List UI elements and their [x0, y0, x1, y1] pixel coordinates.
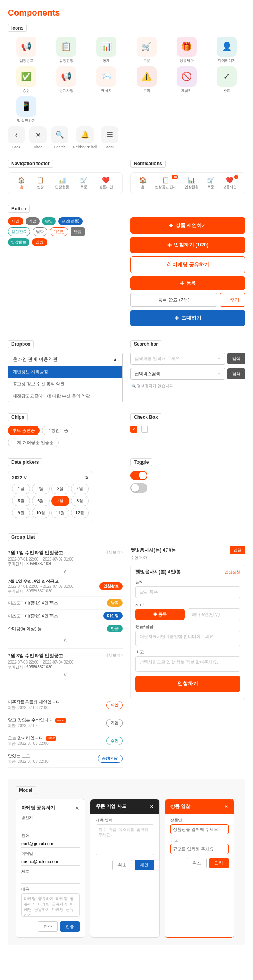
toggle-on[interactable]	[130, 471, 147, 480]
notice-list: 대주장물음들의 제안입니다. 제안: 2022-07-03 22:00 제안 달…	[8, 696, 123, 768]
form-input-time[interactable]: 최대 6인(명수)	[188, 608, 240, 620]
dropbox-option-2[interactable]: 공고성 정보 수신 동의 약관	[8, 378, 122, 390]
notif-item-status[interactable]: 📊 입장현황	[185, 176, 199, 190]
date-cell-4[interactable]: 4월	[71, 484, 89, 494]
date-cell-5[interactable]: 5월	[12, 496, 30, 506]
collapse-icon-2[interactable]: ∨	[63, 671, 67, 678]
notif-item-entrance[interactable]: 📋 OX 입장공고 관리	[155, 176, 177, 190]
detail-btn-2[interactable]: 상세보기 ›	[105, 653, 123, 658]
btn-complete2[interactable]: 입장완료	[8, 238, 29, 246]
btn-bid[interactable]: ✚ 입찰하기 (1/20)	[130, 237, 245, 253]
btn-enter[interactable]: 입장	[32, 238, 47, 246]
collapse-icon-1b[interactable]: ∧	[63, 637, 67, 643]
date-cell-9[interactable]: 9월	[12, 508, 30, 518]
notif-item-order[interactable]: 🛒 주문	[207, 176, 215, 190]
btn-approve-return[interactable]: 승인(반품)	[58, 217, 83, 225]
search-clear-icon-2[interactable]: ✕	[217, 371, 221, 376]
chip-inactive-2[interactable]: 누계 거래량순 입증순	[8, 438, 59, 447]
btn-register[interactable]: ✚ 등록	[130, 276, 245, 290]
notif-item-home[interactable]: 🏠 홈	[139, 176, 147, 190]
date-cell-11[interactable]: 11월	[51, 508, 69, 518]
form-input-date[interactable]: 날짜 특수	[135, 586, 240, 598]
nav-icon-back[interactable]: ‹ Back	[8, 126, 25, 149]
btn-submit-bid[interactable]: 입찰하기	[135, 676, 240, 692]
modal-product-bid-close[interactable]: ✕	[224, 804, 229, 810]
btn-invite[interactable]: ✚ 초대하기	[130, 310, 245, 326]
checkbox-unchecked-item[interactable]	[141, 426, 148, 433]
group-list-item-1: 7월 1일 수입과일 입장공고 2022-07-01 22:00 ~ 2022-…	[8, 546, 123, 649]
date-cell-6[interactable]: 6월	[32, 496, 50, 506]
search-clear-icon[interactable]: ✕	[217, 356, 221, 361]
modal-order-cancel[interactable]: 취소	[112, 860, 132, 870]
form-input-note[interactable]: 선택사항으로 입찰 정보 정보 합여주세요.	[135, 656, 240, 672]
btn-unselected[interactable]: 미선정	[50, 227, 68, 236]
collapse-icon-1[interactable]: ∧	[63, 568, 67, 575]
btn-approve[interactable]: 승인	[42, 217, 56, 225]
button-section: Button 제안 기업 승인 승인(반품) 입장완료 날짜 미선정 반품 입장…	[8, 205, 245, 329]
modal-order-confirm[interactable]: 제안	[135, 860, 154, 870]
btn-product-proposal[interactable]: ✚ 상품 제안하기	[130, 217, 245, 234]
date-cell-8[interactable]: 8월	[71, 496, 89, 506]
date-cell-10[interactable]: 10월	[32, 508, 50, 518]
nav-item-proposal[interactable]: ❤️ 상품제안	[99, 176, 113, 190]
nav-item-order[interactable]: 🛒 주문	[80, 176, 88, 190]
nav-item-entrance[interactable]: 📋 입장	[36, 176, 44, 190]
modal-input-scale[interactable]	[170, 844, 229, 854]
dropbox-arrow-icon: ▲	[113, 357, 118, 362]
modal-product-bid: 상품 입찰 ✕ 상품명 규모 취소 입력	[165, 799, 234, 938]
btn-proposal[interactable]: 제안	[8, 217, 23, 225]
btn-form-register[interactable]: ✚ 등록	[135, 609, 185, 620]
modal-input-product-name[interactable]	[170, 824, 229, 834]
date-cell-2[interactable]: 2월	[32, 484, 50, 494]
modal-input-ref[interactable]	[21, 875, 80, 884]
dropbox-header[interactable]: 온라인 판매 이용약관 ▲	[8, 353, 122, 366]
chip-inactive-1[interactable]: 수행임무중	[42, 426, 73, 435]
nav-item-status[interactable]: 📊 입장현황	[55, 176, 69, 190]
search-button-2[interactable]: 검색	[227, 368, 245, 379]
modal-marketing-confirm[interactable]: 전송	[60, 921, 80, 932]
search-button-1[interactable]: 검색	[227, 353, 245, 364]
checkbox-checked[interactable]: ✓	[130, 426, 137, 433]
btn-register-complete[interactable]: 등록 완료 (2개)	[130, 293, 217, 307]
modal-input-sender[interactable]	[21, 822, 80, 830]
btn-complete[interactable]: 입장완료	[8, 227, 30, 236]
form-input-grade[interactable]: 대문자표시단위를입찰 합니다여주세요.	[135, 631, 240, 646]
dropbox-option-1[interactable]: 개인정보 처리방침	[8, 366, 122, 378]
btn-product-proposal-icon: ✚	[169, 223, 173, 229]
search-input-2[interactable]: 선택박스검색 ✕	[130, 368, 225, 380]
toggle-thumb-on	[139, 472, 147, 479]
detail-btn-1[interactable]: 상세보기 ›	[105, 550, 123, 555]
date-cell-3[interactable]: 3월	[51, 484, 69, 494]
menu-icon-box: ☰	[101, 126, 118, 143]
datepicker-close-icon[interactable]: ✕	[85, 475, 89, 480]
edit-icon[interactable]: 입장신청	[225, 569, 240, 575]
toggle-off[interactable]	[130, 483, 147, 493]
btn-enterprise[interactable]: 기업	[26, 217, 40, 225]
modal-product-bid-confirm[interactable]: 입력	[209, 858, 229, 868]
chip-active-1[interactable]: 후보 승진중	[8, 426, 40, 435]
nav-item-home[interactable]: 🏠 홈	[17, 176, 25, 190]
date-cell-1[interactable]: 1월	[12, 484, 30, 494]
modal-input-email[interactable]	[21, 858, 80, 866]
btn-return[interactable]: 반품	[71, 227, 85, 236]
dropbox-option-3[interactable]: 대전광고고준예마에 대한 수신 동의 약관	[8, 390, 122, 402]
modal-input-content[interactable]: 마케팅 공유하기 마케팅 공유하기 마케팅 공유하기 마케팅 공유하기 마케팅 …	[21, 893, 80, 917]
notif-item-proposal[interactable]: ❤️ 2 상품제안	[223, 176, 237, 190]
nav-icon-menu[interactable]: ☰ Menu	[101, 126, 118, 149]
modal-order-close[interactable]: ✕	[149, 804, 154, 810]
modal-marketing-cancel[interactable]: 취소	[38, 921, 58, 932]
nav-icon-search[interactable]: 🔍 Search	[51, 126, 68, 149]
date-cell-7[interactable]: 7월	[51, 496, 69, 506]
btn-marketing-share[interactable]: ✩ 마케팅 공유하기	[130, 256, 245, 273]
modal-marketing-close[interactable]: ✕	[75, 805, 80, 811]
modal-input-title[interactable]: 특수 기업 목소리를 입력해주세요.	[96, 824, 154, 855]
nav-icon-notification[interactable]: 🔔 Notification bell	[73, 126, 97, 149]
btn-group-invite[interactable]: 입찰	[230, 546, 245, 554]
modal-input-phone[interactable]	[21, 840, 80, 848]
nav-icon-close[interactable]: ✕ Close	[29, 126, 47, 149]
modal-product-bid-cancel[interactable]: 취소	[187, 858, 207, 868]
btn-date[interactable]: 날짜	[33, 227, 47, 236]
btn-add[interactable]: + 추가	[220, 293, 245, 307]
date-cell-12[interactable]: 12월	[71, 508, 89, 518]
notice-info-4: 맛있는 보도 제안: 2022-07-03 22:30	[8, 753, 49, 764]
